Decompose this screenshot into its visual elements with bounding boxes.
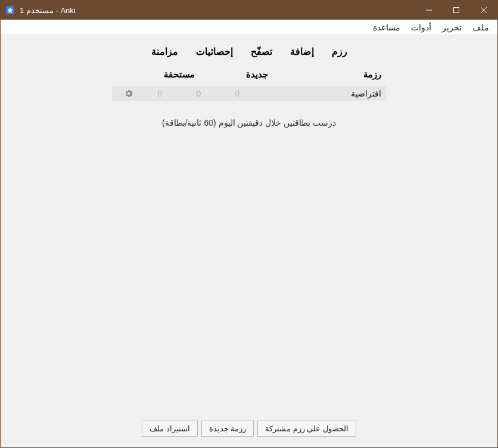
header-new: جديدة bbox=[218, 69, 295, 80]
create-deck-button[interactable]: رزمة جديدة bbox=[201, 421, 254, 437]
deck-count-1: 0 bbox=[218, 89, 257, 98]
header-deck: رزمة bbox=[295, 69, 381, 80]
header-due: مستحقة bbox=[141, 69, 218, 80]
deck-count-2: 0 bbox=[179, 89, 218, 98]
menu-file[interactable]: ملف bbox=[472, 23, 489, 32]
titlebar-left: مستخدم 1 - Anki bbox=[1, 5, 415, 15]
import-file-button[interactable]: استيراد ملف bbox=[142, 421, 198, 437]
svg-rect-2 bbox=[454, 8, 459, 13]
study-status: درست بطاقتين خلال دقيقتين اليوم (60 ثاني… bbox=[1, 101, 497, 144]
toolbar-browse[interactable]: تصفّح bbox=[251, 46, 272, 57]
deck-name[interactable]: افتراضية bbox=[257, 89, 381, 98]
header-gear-spacer bbox=[117, 69, 141, 80]
app-window: مستخدم 1 - Anki ملف تحرير أدوات مساعدة ر… bbox=[0, 0, 498, 448]
menu-help[interactable]: مساعدة bbox=[373, 23, 400, 32]
gear-icon bbox=[125, 89, 133, 98]
close-button[interactable] bbox=[470, 1, 497, 20]
maximize-button[interactable] bbox=[443, 1, 470, 20]
spacer bbox=[1, 144, 497, 412]
toolbar-add[interactable]: إضافة bbox=[290, 46, 314, 57]
toolbar-stats[interactable]: إحصائيات bbox=[196, 46, 233, 57]
footer-bar: الحصول على رزم مشتركة رزمة جديدة استيراد… bbox=[1, 412, 497, 447]
get-shared-button[interactable]: الحصول على رزم مشتركة bbox=[257, 421, 356, 437]
deck-list-header: رزمة جديدة مستحقة bbox=[112, 67, 386, 86]
toolbar: رزم إضافة تصفّح إحصائيات مزامنة bbox=[1, 35, 497, 67]
toolbar-sync[interactable]: مزامنة bbox=[151, 46, 178, 57]
window-controls bbox=[415, 1, 497, 20]
deck-list: رزمة جديدة مستحقة افتراضية 0 0 0 bbox=[112, 67, 386, 101]
deck-options-button[interactable] bbox=[117, 89, 141, 98]
content-area: رزم إضافة تصفّح إحصائيات مزامنة رزمة جدي… bbox=[1, 35, 497, 447]
menubar: ملف تحرير أدوات مساعدة bbox=[1, 20, 497, 35]
deck-row[interactable]: افتراضية 0 0 0 bbox=[112, 86, 386, 101]
app-icon bbox=[5, 5, 15, 15]
minimize-button[interactable] bbox=[415, 1, 443, 20]
menu-edit[interactable]: تحرير bbox=[442, 23, 462, 32]
titlebar: مستخدم 1 - Anki bbox=[1, 1, 497, 20]
toolbar-decks[interactable]: رزم bbox=[332, 46, 347, 57]
window-title: مستخدم 1 - Anki bbox=[20, 6, 76, 15]
deck-count-3: 0 bbox=[141, 89, 179, 98]
menu-tools[interactable]: أدوات bbox=[411, 23, 431, 32]
